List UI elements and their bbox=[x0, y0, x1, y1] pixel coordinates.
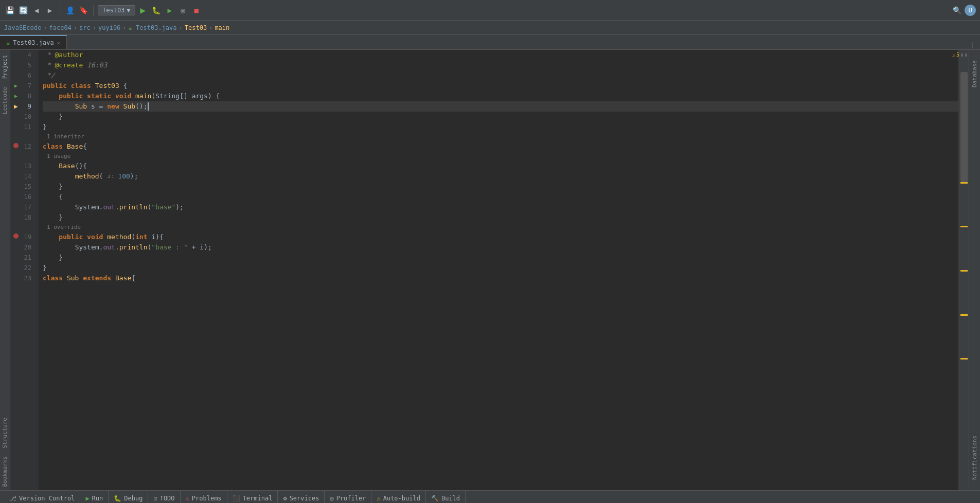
code-line-23: class Sub extends Base{ bbox=[43, 273, 958, 283]
breadcrumb: JavaSEcode › face04 › src › yuyi06 › ☕ T… bbox=[0, 21, 980, 35]
code-line-16: { bbox=[43, 192, 958, 202]
breadcrumb-project[interactable]: JavaSEcode bbox=[4, 24, 41, 31]
tool-services[interactable]: ⚙ Services bbox=[278, 491, 325, 504]
tool-terminal[interactable]: ⬛ Terminal bbox=[227, 491, 278, 504]
breadcrumb-face04[interactable]: face04 bbox=[49, 24, 71, 31]
collapse-icon[interactable]: ∨ bbox=[965, 52, 968, 58]
tool-terminal-label: Terminal bbox=[243, 495, 273, 502]
settings-icon[interactable]: U bbox=[965, 5, 976, 16]
breakpoint-12[interactable] bbox=[13, 141, 19, 152]
debug-tool-icon: 🐛 bbox=[114, 495, 121, 502]
line-19: 19 bbox=[10, 232, 34, 242]
line-4: 4 bbox=[10, 50, 34, 60]
code-line-7: public class Test03 { bbox=[43, 81, 958, 91]
tool-build-label: Build bbox=[441, 495, 460, 502]
java-icon: ☕ bbox=[6, 39, 10, 46]
tool-todo[interactable]: ☑ TODO bbox=[148, 491, 180, 504]
run-gutter-7[interactable]: ▶ bbox=[13, 81, 19, 91]
lens-override-text[interactable]: 1 override bbox=[43, 223, 958, 232]
line-11: 11 bbox=[10, 122, 34, 132]
profile-button[interactable]: ◎ bbox=[177, 5, 189, 16]
dropdown-arrow: ▼ bbox=[127, 7, 130, 14]
forward-icon[interactable]: ▶ bbox=[44, 5, 56, 16]
code-line-6: */ bbox=[43, 70, 958, 81]
tool-run-label: Run bbox=[92, 495, 103, 502]
tab-overflow-button[interactable]: ⋮ bbox=[965, 41, 980, 49]
gutter-9: ▶ bbox=[13, 101, 19, 112]
expand-icon[interactable]: ∧ bbox=[960, 52, 964, 58]
tab-close-button[interactable]: ✕ bbox=[57, 40, 60, 46]
line-12: 12 bbox=[10, 141, 34, 152]
code-line-10: } bbox=[43, 112, 958, 122]
problems-icon: ⚠ bbox=[186, 495, 189, 502]
lens-inheritor bbox=[10, 132, 34, 141]
tool-run[interactable]: ▶ Run bbox=[80, 491, 109, 504]
line-14: 14 bbox=[10, 171, 34, 182]
line-21: 21 bbox=[10, 253, 34, 263]
tool-profiler[interactable]: ◎ Profiler bbox=[325, 491, 371, 504]
tool-problems-label: Problems bbox=[192, 495, 222, 502]
run-button[interactable]: ▶ bbox=[137, 5, 149, 16]
sidebar-structure[interactable]: Structure bbox=[1, 415, 9, 452]
debug-button[interactable]: 🐛 bbox=[151, 5, 162, 16]
code-line-12: class Base{ bbox=[43, 141, 958, 152]
sidebar-project[interactable]: Project bbox=[1, 52, 9, 82]
code-line-14: method( i: 100); bbox=[43, 171, 958, 182]
services-icon: ⚙ bbox=[283, 495, 287, 502]
tool-autobuild[interactable]: ⚠ Auto-build bbox=[371, 491, 425, 504]
tab-bar: ☕ Test03.java ✕ ⋮ bbox=[0, 35, 980, 50]
sep2 bbox=[93, 5, 94, 15]
breadcrumb-package[interactable]: yuyi06 bbox=[98, 24, 120, 31]
sync-icon[interactable]: 🔄 bbox=[17, 5, 29, 16]
code-content[interactable]: * @author * @create 16:03 */ public clas… bbox=[39, 50, 958, 490]
user-icon[interactable]: 👤 bbox=[64, 5, 76, 16]
tool-build[interactable]: 🔨 Build bbox=[426, 491, 466, 504]
run-gutter-8[interactable]: ▶ bbox=[13, 91, 19, 101]
tool-debug[interactable]: 🐛 Debug bbox=[109, 491, 148, 504]
code-line-18: } bbox=[43, 212, 958, 223]
line-10: 10 bbox=[10, 112, 34, 122]
search-everywhere-icon[interactable]: 🔍 bbox=[951, 5, 963, 16]
stop-button[interactable]: ■ bbox=[191, 5, 202, 16]
code-line-15: } bbox=[43, 182, 958, 192]
line-20: 20 bbox=[10, 242, 34, 253]
save-icon[interactable]: 💾 bbox=[4, 5, 15, 16]
code-line-13: Base(){ bbox=[43, 161, 958, 171]
breakpoint-19[interactable] bbox=[13, 232, 19, 242]
tool-vc-label: Version Control bbox=[19, 495, 75, 502]
panel-database[interactable]: Database bbox=[970, 55, 979, 93]
lens-usage-text[interactable]: 1 usage bbox=[43, 152, 958, 161]
warning-stripe-4 bbox=[960, 314, 968, 316]
breadcrumb-file[interactable]: ☕ Test03.java bbox=[129, 24, 177, 31]
tab-test03[interactable]: ☕ Test03.java ✕ bbox=[0, 35, 67, 49]
lens-usage bbox=[10, 152, 34, 161]
config-dropdown[interactable]: Test03 ▼ bbox=[98, 5, 135, 15]
lens-inheritor-text[interactable]: 1 inheritor bbox=[43, 132, 958, 141]
bottom-toolbar: ⎇ Version Control ▶ Run 🐛 Debug ☑ TODO ⚠… bbox=[0, 490, 980, 503]
tool-problems[interactable]: ⚠ Problems bbox=[181, 491, 227, 504]
line-9: ▶ 9 bbox=[10, 101, 34, 112]
breadcrumb-src[interactable]: src bbox=[79, 24, 91, 31]
code-line-8: public static void main(String[] args) { bbox=[43, 91, 958, 101]
left-sidebar: Project Leetcode Structure Bookmarks bbox=[0, 50, 10, 490]
line-6: 6 bbox=[10, 70, 34, 81]
tool-debug-label: Debug bbox=[124, 495, 142, 502]
scrollbar-thumb[interactable] bbox=[960, 72, 968, 182]
terminal-icon: ⬛ bbox=[233, 495, 240, 502]
code-line-22: } bbox=[43, 263, 958, 273]
panel-notifications[interactable]: Notifications bbox=[970, 430, 979, 485]
code-line-4: * @author bbox=[43, 50, 958, 60]
sidebar-bookmarks[interactable]: Bookmarks bbox=[1, 453, 9, 490]
coverage-button[interactable]: ▶ bbox=[164, 5, 175, 16]
back-icon[interactable]: ◀ bbox=[31, 5, 42, 16]
sep1 bbox=[60, 5, 60, 15]
tool-version-control[interactable]: ⎇ Version Control bbox=[4, 491, 80, 504]
line-8: ▶ 8 bbox=[10, 91, 34, 101]
bookmark-icon[interactable]: 🔖 bbox=[78, 5, 89, 16]
breadcrumb-class[interactable]: Test03 bbox=[185, 24, 207, 31]
line-18: 18 bbox=[10, 212, 34, 223]
editor-area[interactable]: 4 5 6 ▶ 7 ▶ 8 ▶ bbox=[10, 50, 969, 490]
warning-icon: ⚠ bbox=[952, 52, 955, 58]
sidebar-leetcode[interactable]: Leetcode bbox=[1, 84, 9, 117]
breadcrumb-method[interactable]: main bbox=[215, 24, 229, 31]
